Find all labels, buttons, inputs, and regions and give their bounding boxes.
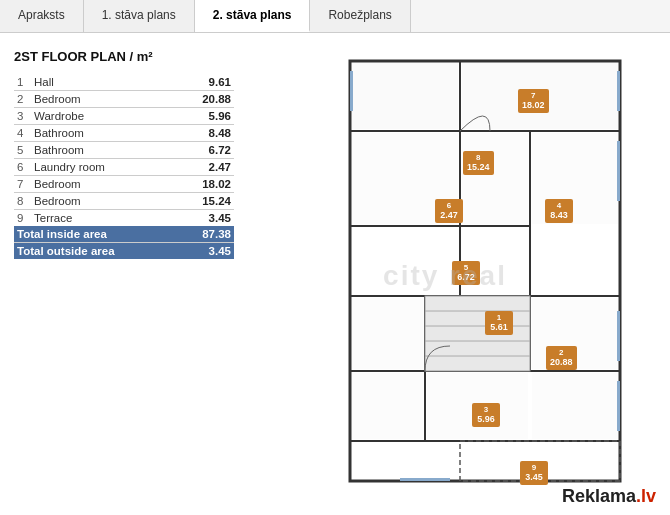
- room-badge-7: 718.02: [518, 89, 549, 113]
- svg-rect-20: [352, 63, 458, 129]
- room-num: 6: [14, 159, 30, 176]
- room-num: 7: [14, 176, 30, 193]
- room-name: Bedroom: [30, 176, 176, 193]
- brand: Reklama.lv: [562, 486, 656, 507]
- room-num: 9: [14, 210, 30, 227]
- floor-table: 1 Hall 9.61 2 Bedroom 20.88 3 Wardrobe 5…: [14, 74, 234, 259]
- room-badge-6: 62.47: [435, 199, 463, 223]
- svg-rect-31: [617, 71, 620, 111]
- total-row: Total inside area 87.38: [14, 226, 234, 243]
- brand-text: Reklama: [562, 486, 636, 506]
- brand-suffix: .lv: [636, 486, 656, 506]
- svg-rect-27: [352, 373, 423, 439]
- room-num: 1: [14, 74, 30, 91]
- svg-rect-29: [532, 373, 618, 439]
- svg-rect-34: [617, 381, 620, 431]
- svg-rect-25: [352, 298, 423, 369]
- room-value: 6.72: [176, 142, 234, 159]
- svg-rect-23: [462, 133, 528, 224]
- room-badge-2: 220.88: [546, 346, 577, 370]
- tab-apraksts[interactable]: Apraksts: [0, 0, 84, 32]
- table-row: 5 Bathroom 6.72: [14, 142, 234, 159]
- table-row: 8 Bedroom 15.24: [14, 193, 234, 210]
- table-row: 3 Wardrobe 5.96: [14, 108, 234, 125]
- table-row: 9 Terrace 3.45: [14, 210, 234, 227]
- table-row: 7 Bedroom 18.02: [14, 176, 234, 193]
- room-num: 8: [14, 193, 30, 210]
- table-row: 4 Bathroom 8.48: [14, 125, 234, 142]
- svg-rect-14: [425, 296, 530, 371]
- svg-rect-33: [617, 311, 620, 361]
- room-num: 2: [14, 91, 30, 108]
- right-panel: city real: [234, 49, 656, 502]
- room-name: Laundry room: [30, 159, 176, 176]
- room-badge-4: 48.43: [545, 199, 573, 223]
- table-row: 2 Bedroom 20.88: [14, 91, 234, 108]
- svg-rect-30: [350, 71, 353, 111]
- section-title: 2ST FLOOR PLAN / m²: [14, 49, 234, 64]
- room-badge-3: 35.96: [472, 403, 500, 427]
- room-name: Bathroom: [30, 125, 176, 142]
- total-value: 3.45: [176, 243, 234, 260]
- room-name: Terrace: [30, 210, 176, 227]
- room-badge-5: 56.72: [452, 261, 480, 285]
- room-value: 18.02: [176, 176, 234, 193]
- table-row: 6 Laundry room 2.47: [14, 159, 234, 176]
- floorplan-wrapper: city real: [250, 51, 640, 501]
- room-value: 5.96: [176, 108, 234, 125]
- svg-rect-35: [400, 478, 450, 481]
- room-value: 2.47: [176, 159, 234, 176]
- room-name: Hall: [30, 74, 176, 91]
- table-row: 1 Hall 9.61: [14, 74, 234, 91]
- total-label: Total outside area: [14, 243, 176, 260]
- room-value: 8.48: [176, 125, 234, 142]
- room-name: Bathroom: [30, 142, 176, 159]
- room-value: 3.45: [176, 210, 234, 227]
- tab-bar: Apraksts 1. stāva plans 2. stāva plans R…: [0, 0, 670, 33]
- room-name: Wardrobe: [30, 108, 176, 125]
- left-panel: 2ST FLOOR PLAN / m² 1 Hall 9.61 2 Bedroo…: [14, 49, 234, 502]
- tab-1st-floor[interactable]: 1. stāva plans: [84, 0, 195, 32]
- svg-rect-32: [617, 141, 620, 201]
- room-value: 20.88: [176, 91, 234, 108]
- room-value: 9.61: [176, 74, 234, 91]
- room-num: 5: [14, 142, 30, 159]
- room-num: 4: [14, 125, 30, 142]
- room-name: Bedroom: [30, 91, 176, 108]
- room-value: 15.24: [176, 193, 234, 210]
- total-value: 87.38: [176, 226, 234, 243]
- main-content: 2ST FLOOR PLAN / m² 1 Hall 9.61 2 Bedroo…: [0, 33, 670, 512]
- room-badge-1: 15.61: [485, 311, 513, 335]
- room-badge-8: 815.24: [463, 151, 494, 175]
- total-label: Total inside area: [14, 226, 176, 243]
- room-name: Bedroom: [30, 193, 176, 210]
- floorplan-svg: [250, 51, 640, 501]
- tab-2nd-floor[interactable]: 2. stāva plans: [195, 0, 311, 32]
- room-num: 3: [14, 108, 30, 125]
- total-row: Total outside area 3.45: [14, 243, 234, 260]
- room-badge-9: 93.45: [520, 461, 548, 485]
- tab-robezplans[interactable]: Robežplans: [310, 0, 410, 32]
